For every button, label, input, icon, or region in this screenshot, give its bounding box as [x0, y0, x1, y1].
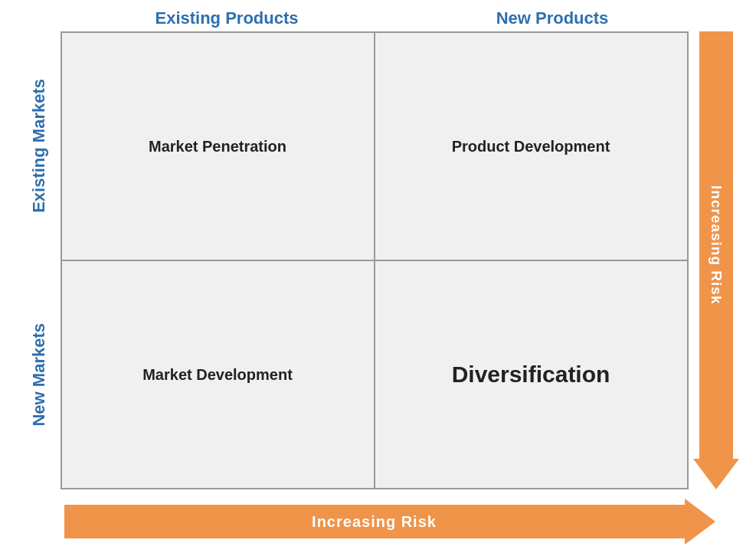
matrix-grid: Market Penetration Product Development M…: [61, 31, 689, 489]
row-labels: Existing Markets New Markets: [18, 31, 61, 489]
ansoff-matrix: Existing Products New Products Existing …: [18, 8, 738, 545]
vertical-arrow: Increasing Risk: [693, 31, 739, 489]
vertical-arrow-container: Increasing Risk: [689, 31, 738, 489]
diversification-cell: Diversification: [375, 260, 688, 489]
existing-products-header: Existing Products: [64, 8, 390, 28]
matrix-body: Existing Markets New Markets Market Pene…: [18, 31, 738, 489]
column-headers: Existing Products New Products: [64, 8, 715, 28]
new-markets-label: New Markets: [18, 260, 61, 489]
existing-markets-label: Existing Markets: [18, 31, 61, 260]
horizontal-arrow-label: Increasing Risk: [312, 513, 437, 531]
horizontal-arrow-shaft: Increasing Risk: [64, 505, 685, 538]
market-development-cell: Market Development: [61, 260, 375, 489]
vertical-arrow-label: Increasing Risk: [708, 185, 725, 304]
product-development-cell: Product Development: [375, 32, 688, 260]
vertical-arrow-head: [693, 459, 739, 489]
horizontal-arrow-row: Increasing Risk: [18, 499, 738, 545]
market-penetration-cell: Market Penetration: [61, 32, 375, 260]
new-products-header: New Products: [390, 8, 715, 28]
horizontal-arrow-head: [685, 499, 715, 545]
horizontal-arrow: Increasing Risk: [64, 499, 715, 545]
